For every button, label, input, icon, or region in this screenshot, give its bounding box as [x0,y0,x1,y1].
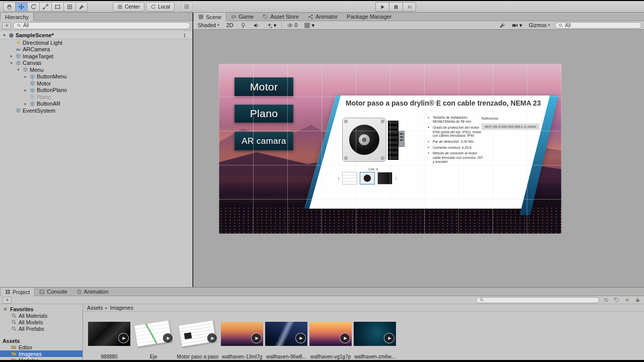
assets-root-folder[interactable]: Assets [0,337,83,344]
expand-caret[interactable]: ▾ [16,67,21,72]
hierarchy-item-eventsystem[interactable]: EventSystem [0,107,192,114]
tab-scene[interactable]: Scene [193,13,226,21]
asset-item-wallhaven-zm6w[interactable]: ▶ wallhaven-zm6w... [353,322,397,359]
hierarchy-item-arcamera[interactable]: ARCamera [0,46,192,53]
gameobject-icon [16,108,21,113]
asset-item-eje[interactable]: ▶ Eje [131,322,176,359]
scene-audio-toggle[interactable] [252,22,261,29]
hierarchy-item-motor[interactable]: Motor [0,80,192,87]
play-overlay-icon[interactable]: ▶ [207,333,217,343]
tab-console[interactable]: Console [35,288,71,296]
2d-toggle-button[interactable]: 2D [225,22,235,29]
tab-package-manager[interactable]: Package Manager [342,13,396,21]
hierarchy-item-canvas[interactable]: ▾ Canvas [0,60,192,67]
carousel-thumb[interactable] [377,172,392,185]
carousel-next-icon[interactable]: › [395,175,397,182]
scene-search-input[interactable] [565,23,638,28]
create-asset-button[interactable] [3,297,12,304]
effects-dropdown[interactable]: ▾ [265,22,278,29]
asset-item-wallhaven-13ml7g[interactable]: ▶ wallhaven-13ml7g [220,322,264,359]
tab-hierarchy[interactable]: Hierarchy [0,13,34,21]
search-icon [558,23,563,28]
hierarchy-item-samplescene[interactable]: ▼ SampleScene* ⋮ [0,32,192,39]
step-button[interactable] [403,2,416,12]
expand-caret[interactable]: ▸ [9,54,14,58]
item-label: ButtonPlano [37,87,67,93]
scene-visibility-toggle[interactable]: 0 [285,22,299,29]
tab-animator[interactable]: Animator [303,13,342,21]
carousel-thumb[interactable] [342,172,357,185]
hierarchy-item-directional-light[interactable]: Directional Light [0,39,192,46]
asset-item-988880[interactable]: ▶ 988880 [87,322,131,359]
hierarchy-item-buttonmenu[interactable]: ▸ ButtonMenu [0,73,192,80]
hierarchy-item-buttonplano[interactable]: ▸ ButtonPlano [0,87,192,94]
hierarchy-search-input[interactable] [23,23,187,28]
game-canvas[interactable]: Motor Plano AR camara Motor paso a paso … [219,64,561,234]
tab-animation[interactable]: Animation [72,288,113,296]
breadcrumb-root[interactable]: Assets [87,305,103,311]
snap-settings-button[interactable] [181,2,193,12]
shading-mode-dropdown[interactable]: Shaded▾ [196,22,221,29]
expand-caret[interactable]: ▸ [23,102,28,106]
rotate-tool-button[interactable] [27,2,39,12]
favorite-all-prefabs[interactable]: All Prefabs [0,325,83,332]
rect-tool-button[interactable] [51,2,63,12]
play-overlay-icon[interactable]: ▶ [295,333,306,343]
transform-tool-button[interactable] [63,2,75,12]
tab-game[interactable]: Game [226,13,258,21]
search-icon [479,298,484,302]
play-button[interactable] [375,2,389,12]
asset-item-wallhaven-vg1g7p[interactable]: ▶ wallhaven-vg1g7p [308,322,353,359]
transform-tools [3,2,88,12]
lock-button[interactable] [634,297,641,303]
carousel-prev-icon[interactable]: ‹ [338,175,340,182]
favorites-header[interactable]: Favorites [0,306,83,312]
create-object-button[interactable] [2,22,11,29]
asset-item-wallhaven-96w8[interactable]: ▶ wallhaven-96w8... [264,322,308,359]
gizmos-dropdown[interactable]: Gizmos▾ [527,22,552,29]
move-tool-button[interactable] [15,2,27,12]
scale-tool-button[interactable] [39,2,51,12]
hierarchy-item-buttonar[interactable]: ▸ ButtonAR [0,101,192,108]
play-overlay-icon[interactable]: ▶ [163,333,173,343]
folder-editor[interactable]: Editor [0,344,83,350]
search-by-label-button[interactable] [613,297,620,303]
tab-asset-store[interactable]: Asset Store [258,13,303,21]
pause-button[interactable] [389,2,403,12]
favorite-all-materials[interactable]: All Materials [0,312,83,319]
folder-label: Imagenes [19,351,42,357]
expand-caret[interactable]: ▼ [2,33,7,38]
scene-lighting-toggle[interactable] [238,22,248,29]
breadcrumb-current[interactable]: Imagenes [110,305,133,311]
hand-tool-button[interactable] [3,2,15,12]
play-overlay-icon[interactable]: ▶ [384,333,394,343]
grid-settings-dropdown[interactable]: ▾ [302,22,316,29]
tab-project[interactable]: Project [0,288,35,296]
hierarchy-item-imagetarget[interactable]: ▸ ImageTarget [0,53,192,60]
expand-caret[interactable]: ▾ [9,61,14,65]
save-search-button[interactable] [623,297,631,303]
custom-tool-button[interactable] [75,2,88,12]
asset-item-motor-paso-a-paso[interactable]: ▶ Motor paso a paso [176,322,220,359]
hierarchy-item-menu[interactable]: ▾ Menu [0,66,192,73]
pivot-toggle-button[interactable]: Center [113,2,144,12]
space-toggle-button[interactable]: Local [146,2,175,12]
hierarchy-item-plano[interactable]: Plano [0,94,192,101]
play-overlay-icon[interactable]: ▶ [118,333,129,343]
project-search-input[interactable] [486,297,596,303]
game-button-motor[interactable]: Motor [234,77,293,96]
folder-imagenes[interactable]: Imagenes [0,350,83,357]
item-label: Directional Light [23,40,62,46]
expand-caret[interactable]: ▸ [23,88,28,93]
play-overlay-icon[interactable]: ▶ [251,333,262,343]
game-button-plano[interactable]: Plano [234,105,293,123]
expand-caret[interactable]: ▸ [23,74,28,79]
scene-options-icon[interactable]: ⋮ [182,33,187,38]
camera-settings-dropdown[interactable]: ▾ [510,22,524,29]
play-overlay-icon[interactable]: ▶ [340,333,350,343]
carousel-thumb[interactable] [360,172,375,185]
editor-tools-button[interactable] [498,22,507,29]
game-button-ar-camara[interactable]: AR camara [234,132,293,150]
favorite-all-models[interactable]: All Models [0,319,83,325]
search-by-type-button[interactable] [602,297,610,303]
